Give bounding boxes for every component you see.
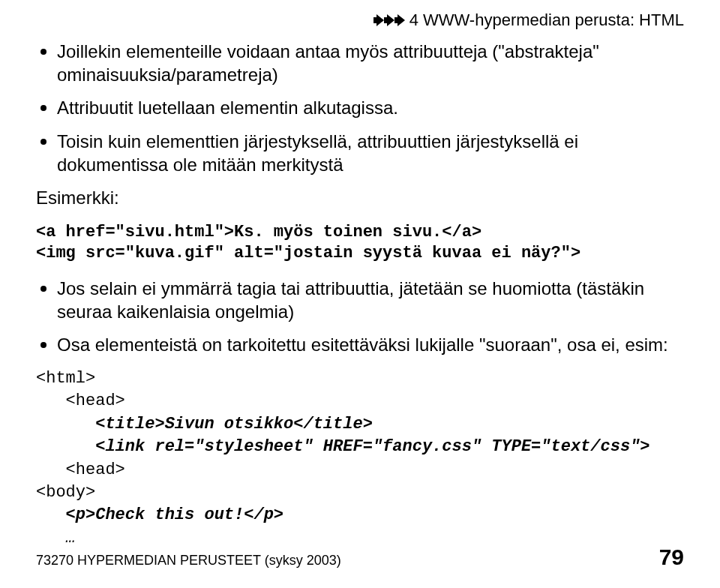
list-item: Joillekin elementeille voidaan antaa myö…	[36, 40, 684, 86]
example-label: Esimerkki:	[36, 188, 684, 208]
bullet-text: Jos selain ei ymmärrä tagia tai attribuu…	[57, 278, 644, 322]
page-number: 79	[659, 544, 684, 570]
bullet-text: Toisin kuin elementtien järjestyksellä, …	[57, 131, 578, 175]
arrow-right-icon	[387, 14, 394, 26]
header-breadcrumb: 4 WWW-hypermedian perusta: HTML	[376, 10, 684, 30]
code-line: <body>	[36, 483, 95, 502]
section-title: 4 WWW-hypermedian perusta: HTML	[410, 10, 684, 30]
code-line: <html>	[36, 369, 95, 388]
arrow-icons	[376, 14, 405, 26]
bullet-list: Joillekin elementeille voidaan antaa myö…	[36, 40, 684, 177]
code-line: <head>	[36, 460, 125, 479]
code-block-2: <html> <head> <title>Sivun otsikko</titl…	[36, 368, 684, 550]
code-line: <p>Check this out!</p>	[66, 506, 284, 524]
code-indent	[36, 415, 95, 434]
page-content: Joillekin elementeille voidaan antaa myö…	[36, 40, 684, 550]
bullet-list: Jos selain ei ymmärrä tagia tai attribuu…	[36, 278, 684, 357]
bullet-text: Osa elementeistä on tarkoitettu esitettä…	[57, 334, 668, 355]
code-block-1: <a href="sivu.html">Ks. myös toinen sivu…	[36, 222, 684, 264]
list-item: Attribuutit luetellaan elementin alkutag…	[36, 97, 684, 120]
list-item: Toisin kuin elementtien järjestyksellä, …	[36, 130, 684, 176]
arrow-right-icon	[398, 14, 405, 26]
bullet-text: Attribuutit luetellaan elementin alkutag…	[57, 98, 398, 118]
code-line: <title>Sivun otsikko</title>	[95, 415, 373, 434]
page-footer: 73270 HYPERMEDIAN PERUSTEET (syksy 2003)…	[36, 544, 684, 570]
bullet-text: Joillekin elementeille voidaan antaa myö…	[57, 41, 599, 85]
code-indent	[36, 437, 95, 456]
list-item: Jos selain ei ymmärrä tagia tai attribuu…	[36, 278, 684, 323]
list-item: Osa elementeistä on tarkoitettu esitettä…	[36, 334, 684, 357]
code-indent	[36, 506, 66, 524]
arrow-right-icon	[376, 14, 384, 26]
code-line: <head>	[36, 392, 125, 410]
code-line: <link rel="stylesheet" HREF="fancy.css" …	[95, 437, 650, 456]
course-name: 73270 HYPERMEDIAN PERUSTEET (syksy 2003)	[36, 553, 341, 568]
